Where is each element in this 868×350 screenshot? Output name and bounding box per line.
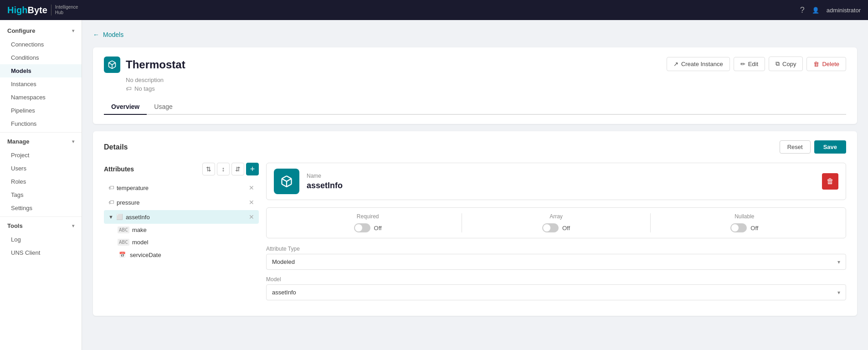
toggle-array: Array Off xyxy=(462,213,650,232)
attr-detail-cube-icon xyxy=(280,175,293,188)
details-card: Details Reset Save Attributes ⇅ ↕ ⇵ xyxy=(93,131,857,316)
attr-type-label: Attribute Type xyxy=(266,246,846,252)
sidebar-item-uns-client[interactable]: UNS Client xyxy=(0,246,82,259)
attr-label-pressure: pressure xyxy=(117,199,140,206)
help-icon[interactable]: ? xyxy=(800,5,805,15)
attr-sort-btn-3[interactable]: ⇵ xyxy=(231,163,244,175)
attr-child-make[interactable]: ABC make xyxy=(113,224,259,236)
attr-add-button[interactable]: + xyxy=(246,163,259,175)
tools-section: Tools ▾ Log UNS Client xyxy=(0,219,82,259)
attr-tag-icon-temperature: 🏷 xyxy=(108,185,114,191)
sidebar-item-users[interactable]: Users xyxy=(0,162,82,175)
configure-header[interactable]: Configure ▾ xyxy=(0,24,82,38)
sidebar-item-tags[interactable]: Tags xyxy=(0,188,82,201)
attr-detail-delete-button[interactable]: 🗑 xyxy=(822,173,838,190)
nullable-toggle[interactable] xyxy=(730,223,747,232)
sidebar-item-settings[interactable]: Settings xyxy=(0,201,82,215)
array-toggle[interactable] xyxy=(542,223,559,232)
expand-icon-assetinfo: ▼ xyxy=(108,214,113,220)
attr-close-assetinfo[interactable]: ✕ xyxy=(249,213,254,221)
attr-sort-btn-1[interactable]: ⇅ xyxy=(202,163,215,175)
model-cube-icon xyxy=(108,60,117,69)
sidebar-item-functions[interactable]: Functions xyxy=(0,117,82,130)
required-value: Off xyxy=(374,225,382,232)
attr-type-field-group: Attribute Type Modeled ▾ xyxy=(266,246,846,270)
model-icon-box xyxy=(104,57,120,73)
attr-detail-panel: Name assetInfo 🗑 Required Off xyxy=(266,163,846,307)
attr-type-value: Modeled xyxy=(272,258,295,265)
sidebar-item-instances[interactable]: Instances xyxy=(0,77,82,91)
sidebar-item-models[interactable]: Models xyxy=(0,64,82,77)
attr-item-assetinfo-row[interactable]: ▼ ⬜ assetInfo ✕ xyxy=(104,210,259,224)
attr-sort-btn-2[interactable]: ↕ xyxy=(217,163,230,175)
model-header-card: Thermostat No description 🏷 No tags ↗ Cr… xyxy=(93,47,857,124)
model-tags-value: No tags xyxy=(134,85,155,92)
sidebar-divider-1 xyxy=(0,132,82,133)
nullable-value: Off xyxy=(750,225,758,232)
tag-icon: 🏷 xyxy=(126,85,132,92)
edit-icon: ✏ xyxy=(740,61,745,67)
main-content: ← Models Thermostat xyxy=(82,20,868,350)
attr-item-pressure[interactable]: 🏷 pressure ✕ xyxy=(104,196,259,209)
sidebar-item-log[interactable]: Log xyxy=(0,233,82,246)
attr-list: 🏷 temperature ✕ 🏷 pressure ✕ xyxy=(104,181,259,261)
required-label: Required xyxy=(357,213,379,220)
array-label: Array xyxy=(550,213,563,220)
attr-close-pressure[interactable]: ✕ xyxy=(249,199,254,206)
attr-detail-name-label: Name xyxy=(307,173,822,179)
tools-chevron-icon: ▾ xyxy=(72,223,74,228)
attr-cube-icon-assetinfo: ⬜ xyxy=(116,214,123,220)
sidebar: Configure ▾ Connections Conditions Model… xyxy=(0,20,82,350)
copy-icon: ⧉ xyxy=(776,60,780,67)
delete-button[interactable]: 🗑 Delete xyxy=(806,57,846,71)
save-button[interactable]: Save xyxy=(814,140,846,154)
manage-header[interactable]: Manage ▾ xyxy=(0,134,82,149)
attr-item-temperature[interactable]: 🏷 temperature ✕ xyxy=(104,181,259,195)
attr-close-temperature[interactable]: ✕ xyxy=(249,184,254,191)
sidebar-item-conditions[interactable]: Conditions xyxy=(0,51,82,64)
required-toggle[interactable] xyxy=(354,223,370,232)
model-header: Thermostat No description 🏷 No tags ↗ Cr… xyxy=(104,57,846,92)
attr-child-servicedate[interactable]: 📅 serviceDate xyxy=(113,248,259,261)
sidebar-item-project[interactable]: Project xyxy=(0,149,82,162)
attr-tag-icon-pressure: 🏷 xyxy=(108,199,114,206)
layout: Configure ▾ Connections Conditions Model… xyxy=(0,20,868,350)
topnav: HighByte Intelligence Hub ? 👤 administra… xyxy=(0,0,868,20)
toggle-nullable: Nullable Off xyxy=(650,213,838,232)
tools-header[interactable]: Tools ▾ xyxy=(0,219,82,233)
sidebar-item-roles[interactable]: Roles xyxy=(0,175,82,188)
attr-detail-name-value: assetInfo xyxy=(307,181,822,190)
child-icon-servicedate: 📅 xyxy=(118,251,127,258)
model-select[interactable]: assetInfo ▾ xyxy=(266,284,846,300)
create-instance-button[interactable]: ↗ Create Instance xyxy=(667,57,730,71)
tab-usage[interactable]: Usage xyxy=(147,99,180,115)
logo: HighByte Intelligence Hub xyxy=(7,5,78,15)
edit-button[interactable]: ✏ Edit xyxy=(734,57,765,71)
array-value: Off xyxy=(562,225,570,232)
attr-detail-name-section: Name assetInfo xyxy=(307,173,822,190)
toggles-row: Required Off Array Off xyxy=(266,207,846,238)
sidebar-item-connections[interactable]: Connections xyxy=(0,38,82,51)
breadcrumb-arrow-icon: ← xyxy=(93,31,99,38)
attr-type-select[interactable]: Modeled ▾ xyxy=(266,254,846,270)
attributes-panel-header: Attributes ⇅ ↕ ⇵ + xyxy=(104,163,259,175)
attributes-label: Attributes xyxy=(104,165,134,173)
details-header: Details Reset Save xyxy=(104,140,846,154)
tabs: Overview Usage xyxy=(104,99,846,115)
attr-child-label-make: make xyxy=(132,226,147,233)
tab-overview[interactable]: Overview xyxy=(104,99,147,115)
breadcrumb[interactable]: ← Models xyxy=(93,31,857,38)
attr-child-model[interactable]: ABC model xyxy=(113,236,259,248)
model-title: Thermostat xyxy=(126,58,185,71)
model-value: assetInfo xyxy=(272,289,296,296)
attr-detail-header: Name assetInfo 🗑 xyxy=(266,163,846,200)
copy-button[interactable]: ⧉ Copy xyxy=(769,57,803,71)
sidebar-divider-2 xyxy=(0,216,82,217)
reset-button[interactable]: Reset xyxy=(780,140,811,154)
sidebar-item-pipelines[interactable]: Pipelines xyxy=(0,104,82,117)
sidebar-item-namespaces[interactable]: Namespaces xyxy=(0,91,82,104)
logo-text: HighByte xyxy=(7,5,47,15)
create-instance-icon: ↗ xyxy=(673,61,678,67)
model-chevron-icon: ▾ xyxy=(837,289,840,296)
model-title-row: Thermostat xyxy=(104,57,185,73)
